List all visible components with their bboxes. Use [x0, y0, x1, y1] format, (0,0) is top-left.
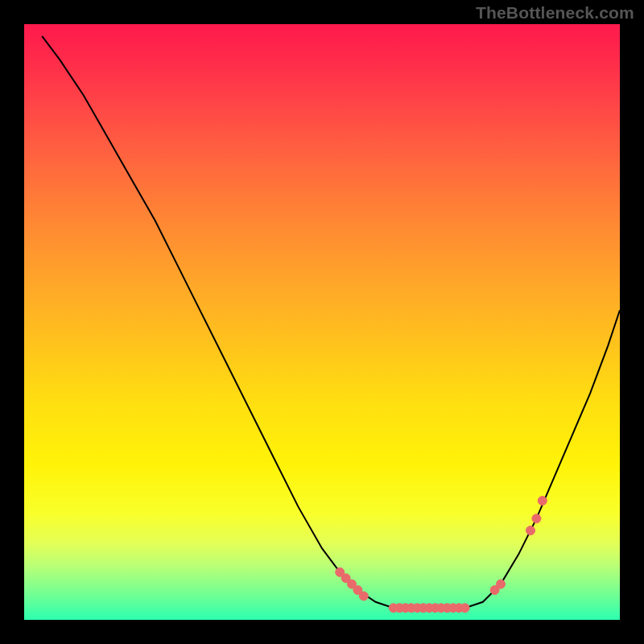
data-point	[526, 526, 535, 535]
data-point	[460, 604, 469, 613]
chart-svg	[24, 24, 620, 620]
data-points-group	[336, 497, 547, 613]
bottleneck-curve	[42, 36, 620, 608]
data-point	[532, 514, 541, 523]
watermark-text: TheBottleneck.com	[476, 3, 634, 23]
data-point	[538, 497, 547, 506]
data-point	[359, 592, 368, 601]
data-point	[497, 580, 506, 588]
chart-frame: TheBottleneck.com	[0, 0, 644, 644]
plot-area	[24, 24, 620, 620]
